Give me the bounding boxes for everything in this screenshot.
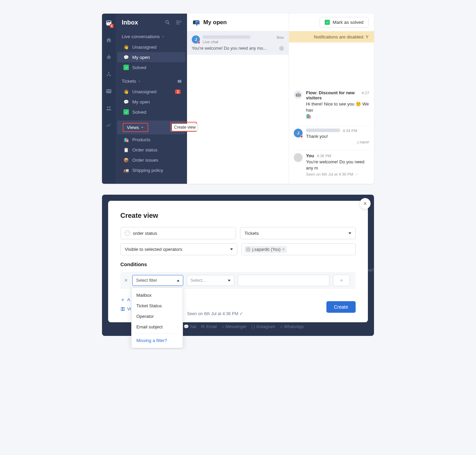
svg-point-7	[107, 107, 109, 108]
sidebar-item-view-orderissues[interactable]: 📦Order issues	[117, 155, 185, 165]
operator-avatar	[279, 46, 284, 51]
message-flow: 🤖 Flow: Discount for new visitors4:27 Hi…	[294, 87, 369, 123]
chevron-down-icon	[137, 79, 141, 83]
nav-home-icon[interactable]	[105, 37, 112, 44]
badge: 1	[175, 90, 181, 94]
preview-text: You're welcome! Do you need any mo...	[192, 46, 267, 51]
create-view-tooltip: Create view	[172, 124, 198, 131]
contact-name-redacted	[203, 35, 250, 39]
nav-bot-icon[interactable]	[105, 54, 112, 61]
tickets-section-toggle[interactable]: Tickets	[122, 76, 141, 86]
page-title: My open	[203, 19, 227, 26]
visibility-select[interactable]: Visible to selected operators	[120, 243, 237, 255]
caret-down-icon	[228, 280, 231, 281]
inbox-sidebar: Inbox Live conversations 👋Unassigned 💬My…	[116, 14, 187, 184]
message-you: You4:36 PM You're welcome! Do you need a…	[294, 150, 369, 179]
filter-operator-select[interactable]: Select...	[187, 275, 234, 286]
create-button[interactable]: Create	[326, 301, 356, 313]
svg-point-4	[108, 72, 109, 73]
mailbox-icon: 📭	[192, 19, 200, 26]
sidebar-item-view-shipping[interactable]: 🚛Shipping policy	[117, 165, 185, 175]
check-icon	[325, 20, 330, 25]
bot-icon: 🤖	[294, 90, 303, 99]
dropdown-option-mailbox[interactable]: Mailbox	[132, 290, 183, 300]
ticket-add-icon[interactable]	[177, 79, 182, 84]
sidebar-item-live-solved[interactable]: Solved	[117, 62, 185, 72]
remove-condition-icon[interactable]: ×	[123, 277, 129, 283]
inbox-panel: 1 Inbox Live conversations 👋Unassigned 💬…	[102, 14, 374, 184]
add-condition-button[interactable]: +	[333, 275, 350, 286]
condition-row: × Select filter Select... + Mailbox Tick…	[120, 272, 356, 289]
sidebar-item-live-myopen[interactable]: 💬My open	[117, 52, 185, 62]
name-redacted	[306, 129, 340, 132]
truck-icon: 🚛	[123, 167, 129, 173]
create-view-modal: Create view order status Tickets Visible…	[108, 201, 368, 322]
sidebar-item-tickets-unassigned[interactable]: 👋Unassigned1	[117, 86, 185, 97]
dropdown-option-operator[interactable]: Operator	[132, 311, 183, 322]
chat-icon: 💬	[123, 99, 129, 104]
operators-field[interactable]: j.sapardic (You) ×	[241, 243, 356, 255]
operator-chip: j.sapardic (You) ×	[244, 246, 287, 253]
check-icon	[123, 65, 129, 70]
check-icon	[123, 109, 129, 115]
sidebar-item-view-products[interactable]: 🛍️Products	[117, 134, 185, 145]
view-type-select[interactable]: Tickets	[240, 227, 356, 239]
views-section-header: Views + Create view	[117, 120, 185, 134]
search-icon[interactable]	[165, 19, 171, 26]
add-view-button[interactable]: + Create view	[177, 124, 181, 131]
avatar	[294, 153, 303, 162]
conversation-list: 📭 My open J Live chat 9mo You're welcome…	[187, 14, 289, 184]
close-button[interactable]	[360, 198, 371, 209]
sidebar-item-tickets-myopen[interactable]: 💬My open	[117, 97, 185, 107]
inbox-badge: 1	[110, 24, 114, 28]
nav-people-icon[interactable]	[105, 105, 112, 112]
message-user: J 4:34 PM Thank you! j.sapar	[294, 126, 369, 146]
sidebar-item-live-unassigned[interactable]: 👋Unassigned	[117, 42, 185, 52]
sidebar-title: Inbox	[122, 19, 138, 26]
filter-dropdown: Mailbox Ticket Status Operator Email sub…	[131, 288, 183, 348]
conversation-item[interactable]: J Live chat 9mo You're welcome! Do you n…	[187, 31, 289, 55]
nav-inbox-icon[interactable]: 1	[105, 20, 112, 27]
dropdown-option-ticketstatus[interactable]: Ticket Status	[132, 300, 183, 311]
chip-remove-icon[interactable]: ×	[282, 247, 285, 252]
avatar: J	[294, 129, 303, 137]
sidebar-item-tickets-solved[interactable]: Solved	[117, 107, 185, 117]
sidebar-item-view-orderstatus[interactable]: 📋Order status	[117, 145, 185, 155]
wave-icon: 👋	[123, 89, 129, 94]
caret-down-icon	[348, 232, 351, 234]
list-toggle-icon[interactable]	[175, 19, 182, 26]
chevron-down-icon	[140, 126, 144, 129]
filter-field-select[interactable]: Select filter	[132, 275, 183, 286]
svg-point-3	[109, 57, 110, 58]
notification-banner[interactable]: Notifications are disabled. Y	[289, 31, 374, 43]
dropdown-option-emailsubject[interactable]: Email subject	[132, 322, 183, 332]
nav-rail: 1	[102, 14, 116, 184]
svg-rect-9	[178, 80, 182, 83]
conversation-detail: Mark as solved Notifications are disable…	[289, 14, 374, 184]
caret-up-icon	[177, 280, 180, 281]
channel-label: Live chat	[203, 40, 274, 44]
clipboard-icon: 📋	[123, 147, 129, 152]
emoji-picker-icon[interactable]	[125, 230, 130, 236]
chevron-down-icon	[161, 35, 165, 39]
modal-title: Create view	[120, 212, 356, 220]
svg-point-8	[109, 107, 111, 108]
missing-filter-link[interactable]: Missing a filter?	[132, 335, 183, 346]
nav-analytics-icon[interactable]	[105, 122, 112, 129]
bags-icon: 🛍️	[123, 137, 129, 142]
conversation-time: 9mo	[277, 35, 284, 39]
caret-down-icon	[230, 248, 233, 250]
create-view-panel-bg: me now? Create view order status Tickets…	[102, 195, 374, 336]
nav-org-icon[interactable]	[105, 71, 112, 78]
live-section-toggle[interactable]: Live conversations	[116, 31, 187, 42]
chat-icon: 💬	[123, 54, 129, 60]
views-section-toggle[interactable]: Views	[123, 123, 148, 132]
svg-point-2	[108, 57, 108, 58]
conditions-heading: Conditions	[120, 261, 356, 267]
seen-indicator: Seen on 6th Jul at 4:36 PM	[306, 172, 369, 176]
filter-value-input[interactable]	[238, 275, 329, 286]
view-name-input[interactable]: order status	[120, 227, 236, 239]
wave-icon: 👋	[123, 44, 129, 50]
mark-solved-button[interactable]: Mark as solved	[320, 17, 369, 28]
nav-mail-icon[interactable]	[105, 88, 112, 95]
